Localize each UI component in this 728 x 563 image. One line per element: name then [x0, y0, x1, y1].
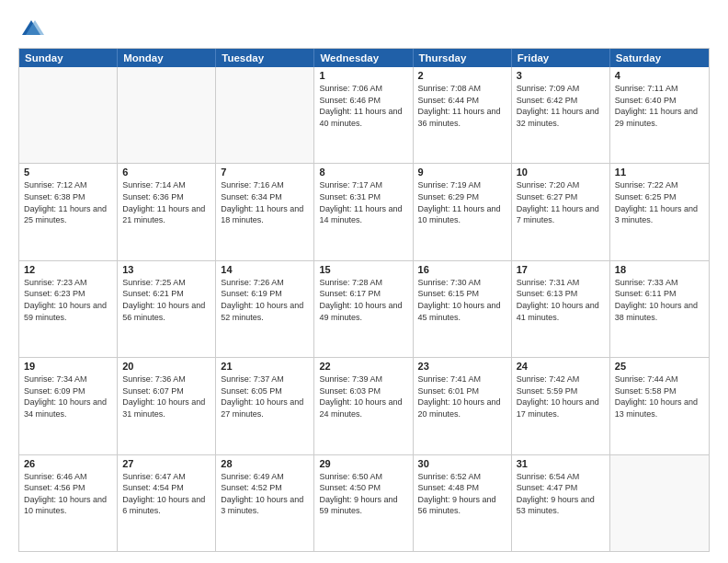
- day-number: 22: [319, 361, 407, 372]
- day-cell-22: 22Sunrise: 7:39 AM Sunset: 6:03 PM Dayli…: [314, 358, 413, 454]
- day-number: 21: [221, 361, 309, 372]
- day-number: 16: [418, 264, 506, 275]
- day-cell-4: 4Sunrise: 7:11 AM Sunset: 6:40 PM Daylig…: [610, 67, 709, 163]
- calendar-row-1: 1Sunrise: 7:06 AM Sunset: 6:46 PM Daylig…: [19, 67, 709, 164]
- day-cell-28: 28Sunrise: 6:49 AM Sunset: 4:52 PM Dayli…: [216, 455, 314, 551]
- day-cell-11: 11Sunrise: 7:22 AM Sunset: 6:25 PM Dayli…: [610, 164, 709, 259]
- day-number: 20: [122, 361, 210, 372]
- day-cell-9: 9Sunrise: 7:19 AM Sunset: 6:29 PM Daylig…: [414, 164, 512, 259]
- day-info: Sunrise: 6:54 AM Sunset: 4:47 PM Dayligh…: [517, 471, 605, 517]
- logo: [18, 17, 48, 42]
- day-info: Sunrise: 7:19 AM Sunset: 6:29 PM Dayligh…: [418, 179, 506, 225]
- day-cell-16: 16Sunrise: 7:30 AM Sunset: 6:15 PM Dayli…: [414, 261, 512, 357]
- day-info: Sunrise: 7:11 AM Sunset: 6:40 PM Dayligh…: [615, 83, 704, 129]
- day-number: 9: [418, 167, 506, 178]
- day-info: Sunrise: 7:28 AM Sunset: 6:17 PM Dayligh…: [319, 277, 407, 323]
- day-cell-7: 7Sunrise: 7:16 AM Sunset: 6:34 PM Daylig…: [216, 164, 314, 259]
- day-info: Sunrise: 7:34 AM Sunset: 6:09 PM Dayligh…: [24, 373, 112, 419]
- day-info: Sunrise: 7:23 AM Sunset: 6:23 PM Dayligh…: [24, 277, 112, 323]
- day-info: Sunrise: 7:26 AM Sunset: 6:19 PM Dayligh…: [221, 277, 309, 323]
- day-number: 4: [615, 70, 704, 81]
- day-number: 5: [24, 167, 112, 178]
- day-number: 14: [221, 264, 309, 275]
- day-cell-19: 19Sunrise: 7:34 AM Sunset: 6:09 PM Dayli…: [19, 358, 118, 454]
- day-info: Sunrise: 7:25 AM Sunset: 6:21 PM Dayligh…: [122, 277, 210, 323]
- day-info: Sunrise: 7:17 AM Sunset: 6:31 PM Dayligh…: [319, 179, 407, 225]
- day-cell-25: 25Sunrise: 7:44 AM Sunset: 5:58 PM Dayli…: [610, 358, 709, 454]
- day-number: 8: [319, 167, 407, 178]
- day-info: Sunrise: 7:08 AM Sunset: 6:44 PM Dayligh…: [418, 83, 506, 129]
- page: SundayMondayTuesdayWednesdayThursdayFrid…: [0, 0, 728, 563]
- day-cell-12: 12Sunrise: 7:23 AM Sunset: 6:23 PM Dayli…: [19, 261, 118, 357]
- day-cell-24: 24Sunrise: 7:42 AM Sunset: 5:59 PM Dayli…: [512, 358, 610, 454]
- day-cell-8: 8Sunrise: 7:17 AM Sunset: 6:31 PM Daylig…: [314, 164, 413, 259]
- day-cell-20: 20Sunrise: 7:36 AM Sunset: 6:07 PM Dayli…: [118, 358, 216, 454]
- day-number: 31: [517, 458, 605, 469]
- day-info: Sunrise: 6:47 AM Sunset: 4:54 PM Dayligh…: [122, 471, 210, 517]
- header: [18, 17, 710, 42]
- calendar-row-3: 12Sunrise: 7:23 AM Sunset: 6:23 PM Dayli…: [19, 261, 709, 358]
- day-info: Sunrise: 7:36 AM Sunset: 6:07 PM Dayligh…: [122, 373, 210, 419]
- empty-cell: [19, 67, 118, 163]
- day-info: Sunrise: 7:31 AM Sunset: 6:13 PM Dayligh…: [517, 277, 605, 323]
- weekday-header-friday: Friday: [512, 49, 610, 67]
- day-number: 10: [517, 167, 605, 178]
- day-number: 12: [24, 264, 112, 275]
- weekday-header-tuesday: Tuesday: [216, 49, 314, 67]
- day-info: Sunrise: 7:14 AM Sunset: 6:36 PM Dayligh…: [122, 179, 210, 225]
- empty-cell: [216, 67, 314, 163]
- day-number: 7: [221, 167, 309, 178]
- day-cell-26: 26Sunrise: 6:46 AM Sunset: 4:56 PM Dayli…: [19, 455, 118, 551]
- calendar-row-5: 26Sunrise: 6:46 AM Sunset: 4:56 PM Dayli…: [19, 455, 709, 551]
- day-cell-15: 15Sunrise: 7:28 AM Sunset: 6:17 PM Dayli…: [314, 261, 413, 357]
- day-info: Sunrise: 7:33 AM Sunset: 6:11 PM Dayligh…: [615, 277, 704, 323]
- calendar: SundayMondayTuesdayWednesdayThursdayFrid…: [18, 48, 710, 552]
- weekday-header-saturday: Saturday: [610, 49, 709, 67]
- day-cell-1: 1Sunrise: 7:06 AM Sunset: 6:46 PM Daylig…: [314, 67, 413, 163]
- day-number: 6: [122, 167, 210, 178]
- day-info: Sunrise: 7:12 AM Sunset: 6:38 PM Dayligh…: [24, 179, 112, 225]
- day-info: Sunrise: 7:22 AM Sunset: 6:25 PM Dayligh…: [615, 179, 704, 225]
- day-info: Sunrise: 7:30 AM Sunset: 6:15 PM Dayligh…: [418, 277, 506, 323]
- calendar-header: SundayMondayTuesdayWednesdayThursdayFrid…: [19, 49, 709, 67]
- day-number: 30: [418, 458, 506, 469]
- day-info: Sunrise: 6:49 AM Sunset: 4:52 PM Dayligh…: [221, 471, 309, 517]
- day-cell-27: 27Sunrise: 6:47 AM Sunset: 4:54 PM Dayli…: [118, 455, 216, 551]
- weekday-header-sunday: Sunday: [19, 49, 118, 67]
- day-info: Sunrise: 7:41 AM Sunset: 6:01 PM Dayligh…: [418, 373, 506, 419]
- day-number: 18: [615, 264, 704, 275]
- day-info: Sunrise: 6:46 AM Sunset: 4:56 PM Dayligh…: [24, 471, 112, 517]
- day-info: Sunrise: 6:52 AM Sunset: 4:48 PM Dayligh…: [418, 471, 506, 517]
- day-info: Sunrise: 6:50 AM Sunset: 4:50 PM Dayligh…: [319, 471, 407, 517]
- day-number: 3: [517, 70, 605, 81]
- day-cell-31: 31Sunrise: 6:54 AM Sunset: 4:47 PM Dayli…: [512, 455, 610, 551]
- day-cell-17: 17Sunrise: 7:31 AM Sunset: 6:13 PM Dayli…: [512, 261, 610, 357]
- day-info: Sunrise: 7:44 AM Sunset: 5:58 PM Dayligh…: [615, 373, 704, 419]
- day-number: 1: [319, 70, 407, 81]
- day-number: 23: [418, 361, 506, 372]
- calendar-body: 1Sunrise: 7:06 AM Sunset: 6:46 PM Daylig…: [19, 67, 709, 551]
- day-number: 19: [24, 361, 112, 372]
- day-cell-6: 6Sunrise: 7:14 AM Sunset: 6:36 PM Daylig…: [118, 164, 216, 259]
- day-cell-21: 21Sunrise: 7:37 AM Sunset: 6:05 PM Dayli…: [216, 358, 314, 454]
- day-cell-5: 5Sunrise: 7:12 AM Sunset: 6:38 PM Daylig…: [19, 164, 118, 259]
- day-cell-2: 2Sunrise: 7:08 AM Sunset: 6:44 PM Daylig…: [414, 67, 512, 163]
- day-info: Sunrise: 7:16 AM Sunset: 6:34 PM Dayligh…: [221, 179, 309, 225]
- weekday-header-wednesday: Wednesday: [314, 49, 413, 67]
- empty-cell: [118, 67, 216, 163]
- day-info: Sunrise: 7:39 AM Sunset: 6:03 PM Dayligh…: [319, 373, 407, 419]
- day-cell-13: 13Sunrise: 7:25 AM Sunset: 6:21 PM Dayli…: [118, 261, 216, 357]
- day-number: 2: [418, 70, 506, 81]
- empty-cell: [610, 455, 709, 551]
- day-number: 28: [221, 458, 309, 469]
- day-number: 13: [122, 264, 210, 275]
- day-cell-30: 30Sunrise: 6:52 AM Sunset: 4:48 PM Dayli…: [414, 455, 512, 551]
- day-number: 24: [517, 361, 605, 372]
- day-cell-29: 29Sunrise: 6:50 AM Sunset: 4:50 PM Dayli…: [314, 455, 413, 551]
- day-number: 27: [122, 458, 210, 469]
- calendar-row-2: 5Sunrise: 7:12 AM Sunset: 6:38 PM Daylig…: [19, 164, 709, 260]
- day-info: Sunrise: 7:06 AM Sunset: 6:46 PM Dayligh…: [319, 83, 407, 129]
- day-cell-23: 23Sunrise: 7:41 AM Sunset: 6:01 PM Dayli…: [414, 358, 512, 454]
- day-info: Sunrise: 7:09 AM Sunset: 6:42 PM Dayligh…: [517, 83, 605, 129]
- day-number: 17: [517, 264, 605, 275]
